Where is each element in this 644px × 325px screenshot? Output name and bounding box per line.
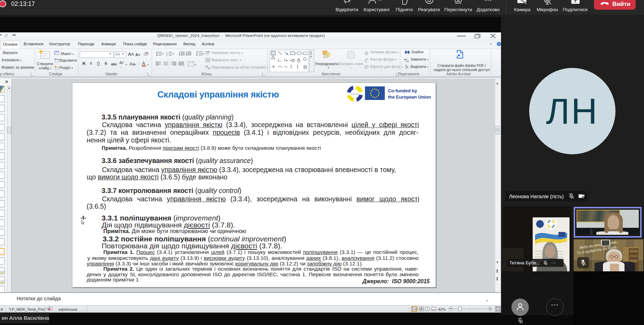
svg-text:→ac: →ac xyxy=(404,60,409,62)
svg-text:✹: ✹ xyxy=(54,65,57,68)
svg-text:Aa: Aa xyxy=(145,52,148,54)
svg-text:51: 51 xyxy=(377,0,382,1)
svg-text:3: 3 xyxy=(166,54,167,56)
svg-text:QMSEEI: QMSEEI xyxy=(351,93,359,95)
